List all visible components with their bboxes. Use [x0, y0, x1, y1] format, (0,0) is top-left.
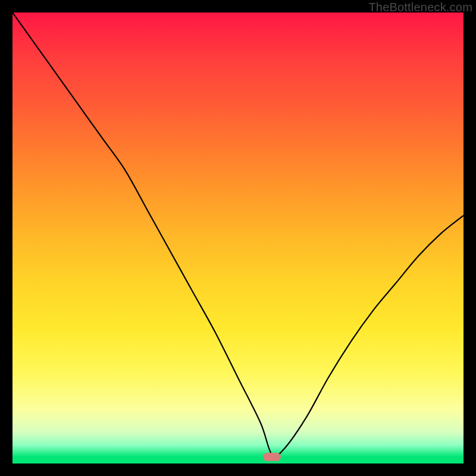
chart-frame: [12, 12, 464, 464]
watermark-text: TheBottleneck.com: [368, 1, 472, 14]
chart-background-gradient: [12, 12, 464, 464]
optimal-point-marker: [263, 453, 281, 461]
